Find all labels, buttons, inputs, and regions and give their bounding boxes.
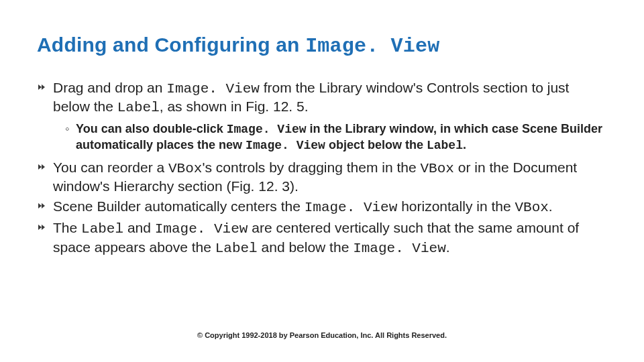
code-span: Label: [117, 100, 160, 115]
code-span: Image. View: [227, 123, 307, 136]
text-span: and: [123, 220, 155, 235]
bullet-item: Drag and drop an Image. View from the Li…: [38, 79, 607, 154]
bullet-item: You can reorder a VBox's controls by dra…: [38, 159, 607, 196]
slide: Adding and Configuring an Image. View Dr…: [0, 0, 644, 362]
bullet-item: Scene Builder automatically centers the …: [38, 198, 607, 217]
code-span: Label: [81, 221, 123, 237]
code-span: VBox: [515, 200, 548, 215]
copyright-footer: © Copyright 1992-2018 by Pearson Educati…: [0, 331, 644, 339]
title-code: Image. View: [305, 35, 439, 58]
text-span: Scene Builder automatically centers the: [53, 198, 305, 214]
code-span: VBox: [420, 161, 453, 176]
text-span: .: [446, 239, 450, 255]
code-span: Label: [215, 241, 258, 256]
text-span: You can also double-click: [76, 122, 227, 135]
text-span: horizontally in the: [397, 198, 515, 214]
code-span: Image. View: [166, 81, 260, 97]
sub-bullet-list: You can also double-click Image. View in…: [53, 121, 607, 154]
code-span: Image. View: [246, 139, 325, 152]
code-span: Image. View: [353, 241, 446, 256]
text-span: .: [463, 138, 466, 152]
text-span: .: [549, 198, 553, 214]
title-text: Adding and Configuring an: [37, 34, 305, 56]
text-span: You can reorder a: [53, 160, 168, 175]
text-span: 's controls by dragging them in the: [202, 160, 420, 175]
code-span: VBox: [168, 161, 202, 176]
text-span: and below the: [258, 239, 353, 255]
text-span: Drag and drop an: [53, 80, 166, 95]
slide-title: Adding and Configuring an Image. View: [37, 34, 607, 58]
bullet-item: The Label and Image. View are centered v…: [38, 219, 607, 257]
code-span: Image. View: [305, 200, 398, 215]
text-span: , as shown in Fig. 12. 5.: [160, 99, 309, 114]
text-span: The: [53, 220, 81, 235]
text-span: object below the: [325, 138, 427, 152]
sub-bullet-item: You can also double-click Image. View in…: [65, 121, 607, 154]
code-span: Label: [427, 139, 463, 152]
code-span: Image. View: [155, 221, 248, 237]
bullet-list: Drag and drop an Image. View from the Li…: [37, 79, 607, 257]
